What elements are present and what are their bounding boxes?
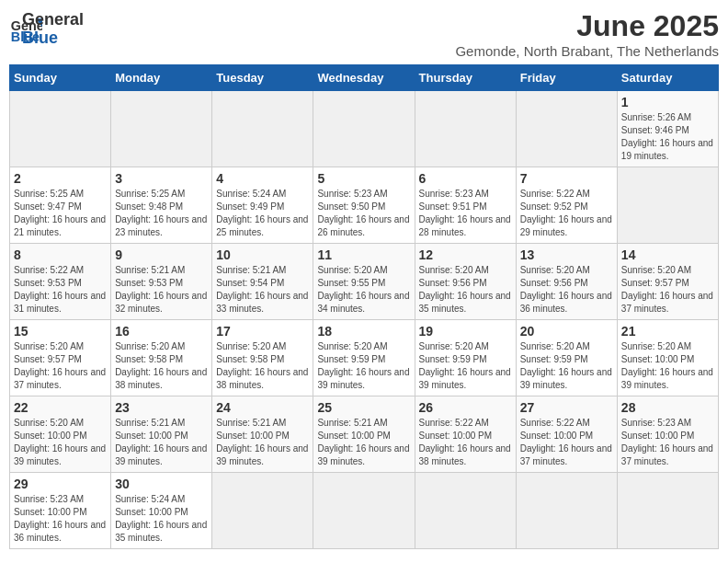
header-thursday: Thursday (415, 65, 516, 91)
title-block: June 2025 Gemonde, North Brabant, The Ne… (455, 9, 719, 59)
day-cell: 14Sunrise: 5:20 AMSunset: 9:57 PMDayligh… (617, 244, 718, 320)
day-cell: 13Sunrise: 5:20 AMSunset: 9:56 PMDayligh… (516, 244, 617, 320)
week-row: 1Sunrise: 5:26 AMSunset: 9:46 PMDaylight… (10, 91, 719, 167)
day-cell: 17Sunrise: 5:20 AMSunset: 9:58 PMDayligh… (212, 320, 313, 396)
empty-cell (212, 91, 313, 167)
day-cell (212, 473, 313, 549)
logo-blue: Blue (22, 29, 84, 48)
subtitle: Gemonde, North Brabant, The Netherlands (455, 43, 719, 59)
day-cell (617, 473, 718, 549)
day-cell: 15Sunrise: 5:20 AMSunset: 9:57 PMDayligh… (10, 320, 111, 396)
day-cell: 3Sunrise: 5:25 AMSunset: 9:48 PMDaylight… (111, 167, 212, 244)
day-cell: 10Sunrise: 5:21 AMSunset: 9:54 PMDayligh… (212, 244, 313, 320)
day-cell (617, 167, 718, 244)
header-monday: Monday (111, 65, 212, 91)
empty-cell (313, 91, 415, 167)
week-row: 15Sunrise: 5:20 AMSunset: 9:57 PMDayligh… (10, 320, 719, 396)
day-cell: 23Sunrise: 5:21 AMSunset: 10:00 PMDaylig… (111, 396, 212, 473)
week-row: 22Sunrise: 5:20 AMSunset: 10:00 PMDaylig… (10, 396, 719, 473)
day-cell: 5Sunrise: 5:23 AMSunset: 9:50 PMDaylight… (313, 167, 415, 244)
day-cell: 2Sunrise: 5:25 AMSunset: 9:47 PMDaylight… (10, 167, 111, 244)
day-cell: 24Sunrise: 5:21 AMSunset: 10:00 PMDaylig… (212, 396, 313, 473)
day-cell: 12Sunrise: 5:20 AMSunset: 9:56 PMDayligh… (415, 244, 516, 320)
header-tuesday: Tuesday (212, 65, 313, 91)
day-cell: 27Sunrise: 5:22 AMSunset: 10:00 PMDaylig… (516, 396, 617, 473)
day-cell: 29Sunrise: 5:23 AMSunset: 10:00 PMDaylig… (10, 473, 111, 549)
header-friday: Friday (516, 65, 617, 91)
empty-cell (111, 91, 212, 167)
day-cell: 21Sunrise: 5:20 AMSunset: 10:00 PMDaylig… (617, 320, 718, 396)
week-row: 8Sunrise: 5:22 AMSunset: 9:53 PMDaylight… (10, 244, 719, 320)
calendar-body: 1Sunrise: 5:26 AMSunset: 9:46 PMDaylight… (10, 91, 719, 549)
week-row: 2Sunrise: 5:25 AMSunset: 9:47 PMDaylight… (10, 167, 719, 244)
empty-cell (516, 91, 617, 167)
day-cell: 28Sunrise: 5:23 AMSunset: 10:00 PMDaylig… (617, 396, 718, 473)
calendar-table: Sunday Monday Tuesday Wednesday Thursday… (9, 64, 719, 549)
day-cell: 25Sunrise: 5:21 AMSunset: 10:00 PMDaylig… (313, 396, 415, 473)
header-saturday: Saturday (617, 65, 718, 91)
empty-cell (10, 91, 111, 167)
day-cell (516, 473, 617, 549)
day-cell: 22Sunrise: 5:20 AMSunset: 10:00 PMDaylig… (10, 396, 111, 473)
day-cell: 26Sunrise: 5:22 AMSunset: 10:00 PMDaylig… (415, 396, 516, 473)
week-row: 29Sunrise: 5:23 AMSunset: 10:00 PMDaylig… (10, 473, 719, 549)
main-title: June 2025 (455, 9, 719, 43)
day-cell: 20Sunrise: 5:20 AMSunset: 9:59 PMDayligh… (516, 320, 617, 396)
header-row: Sunday Monday Tuesday Wednesday Thursday… (10, 65, 719, 91)
header-sunday: Sunday (10, 65, 111, 91)
day-cell: 8Sunrise: 5:22 AMSunset: 9:53 PMDaylight… (10, 244, 111, 320)
day-cell (313, 473, 415, 549)
day-cell: 1Sunrise: 5:26 AMSunset: 9:46 PMDaylight… (617, 91, 718, 167)
day-cell: 11Sunrise: 5:20 AMSunset: 9:55 PMDayligh… (313, 244, 415, 320)
day-cell: 30Sunrise: 5:24 AMSunset: 10:00 PMDaylig… (111, 473, 212, 549)
calendar-header: Sunday Monday Tuesday Wednesday Thursday… (10, 65, 719, 91)
page-header: General Blue General Blue June 2025 Gemo… (9, 9, 719, 59)
day-cell (415, 473, 516, 549)
empty-cell (415, 91, 516, 167)
logo-general: General (22, 11, 84, 29)
logo: General Blue General Blue (9, 9, 84, 48)
header-wednesday: Wednesday (313, 65, 415, 91)
day-cell: 7Sunrise: 5:22 AMSunset: 9:52 PMDaylight… (516, 167, 617, 244)
day-cell: 18Sunrise: 5:20 AMSunset: 9:59 PMDayligh… (313, 320, 415, 396)
day-cell: 16Sunrise: 5:20 AMSunset: 9:58 PMDayligh… (111, 320, 212, 396)
day-cell: 9Sunrise: 5:21 AMSunset: 9:53 PMDaylight… (111, 244, 212, 320)
day-cell: 6Sunrise: 5:23 AMSunset: 9:51 PMDaylight… (415, 167, 516, 244)
day-cell: 4Sunrise: 5:24 AMSunset: 9:49 PMDaylight… (212, 167, 313, 244)
day-cell: 19Sunrise: 5:20 AMSunset: 9:59 PMDayligh… (415, 320, 516, 396)
